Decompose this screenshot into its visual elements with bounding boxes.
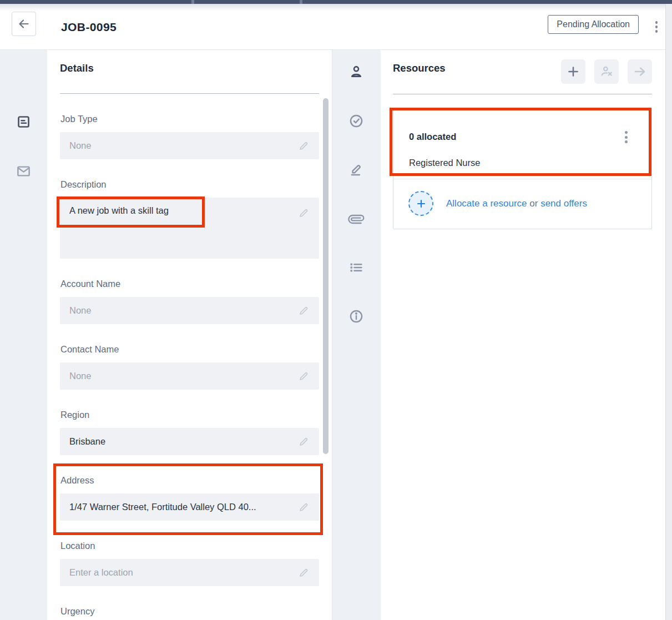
field-account-name: Account Name None (60, 278, 319, 324)
field-value: Brisbane (69, 436, 297, 447)
field-location: Location Enter a location (60, 540, 319, 586)
field-description: Description A new job with a skill tag (60, 179, 319, 259)
resources-toolbar (561, 59, 652, 84)
resource-requirement-card: 0 allocated Registered Nurse Allocate a … (393, 108, 652, 229)
resources-heading: Resources (393, 62, 446, 74)
field-label: Region (60, 409, 319, 420)
allocate-plus-button[interactable] (408, 191, 433, 216)
add-resource-button[interactable] (561, 59, 585, 84)
paperclip-icon[interactable] (348, 211, 364, 227)
page-header: JOB-0095 Pending Allocation (0, 4, 672, 50)
field-address: Address 1/47 Warner Street, Fortitude Va… (60, 475, 319, 521)
arrow-left-icon (17, 17, 31, 31)
region-field[interactable]: Brisbane (60, 428, 319, 455)
conjunction-text: or (529, 198, 538, 209)
pencil-edit-icon[interactable] (297, 207, 310, 219)
page-title: JOB-0095 (61, 4, 117, 50)
person-icon[interactable] (348, 64, 364, 80)
divider (393, 179, 651, 179)
field-contact-name: Contact Name None (60, 344, 319, 390)
divider (393, 94, 652, 94)
details-fields: Job Type None Description A new job with… (60, 94, 319, 620)
note-icon[interactable] (16, 114, 31, 129)
send-offers-link[interactable]: send offers (540, 198, 587, 209)
field-label: Account Name (60, 278, 319, 289)
account-name-field[interactable]: None (60, 297, 319, 324)
field-job-type: Job Type None (60, 113, 319, 159)
description-value: A new job with a skill tag (69, 205, 297, 216)
pencil-edit-icon[interactable] (297, 140, 310, 152)
field-label: Description (60, 179, 319, 190)
address-field[interactable]: 1/47 Warner Street, Fortitude Valley QLD… (60, 493, 319, 521)
pencil-edit-icon[interactable] (297, 501, 310, 513)
allocated-count: 0 allocated (409, 132, 456, 142)
list-icon[interactable] (348, 260, 364, 275)
resource-role: Registered Nurse (409, 158, 480, 168)
resources-panel: Resources 0 allocated Registered Nurse (381, 50, 665, 620)
advance-button[interactable] (628, 59, 652, 84)
top-strip-divider (191, 0, 194, 4)
address-value: 1/47 Warner Street, Fortitude Valley QLD… (69, 502, 297, 512)
check-circle-icon[interactable] (348, 113, 364, 129)
remove-person-icon (599, 64, 614, 79)
pencil-underline-icon[interactable] (348, 162, 364, 177)
location-field[interactable]: Enter a location (60, 559, 319, 586)
field-value: None (69, 305, 297, 316)
field-label: Urgency (60, 606, 319, 617)
left-sidebar (0, 50, 47, 620)
allocate-resource-link[interactable]: Allocate a resource (446, 198, 527, 209)
arrow-right-icon (633, 64, 647, 79)
field-value: None (69, 371, 297, 381)
field-label: Location (60, 540, 319, 551)
info-icon[interactable] (348, 309, 364, 324)
field-urgency: Urgency (60, 606, 319, 617)
pencil-edit-icon[interactable] (297, 436, 310, 448)
browser-top-strip (0, 0, 672, 4)
allocate-row: Allocate a resource or send offers (408, 191, 587, 216)
status-badge-button[interactable]: Pending Allocation (548, 15, 639, 34)
job-type-field[interactable]: None (60, 132, 319, 159)
plus-icon (566, 64, 580, 79)
tab-rail (332, 50, 381, 620)
field-region: Region Brisbane (60, 409, 319, 455)
field-label: Address (60, 475, 319, 486)
remove-resource-button[interactable] (594, 59, 619, 84)
back-button[interactable] (12, 12, 36, 36)
details-heading: Details (60, 62, 94, 74)
pencil-edit-icon[interactable] (297, 305, 310, 317)
field-label: Contact Name (60, 344, 319, 355)
pencil-edit-icon[interactable] (297, 370, 310, 382)
top-strip-divider (300, 0, 302, 4)
window-scrollbar-track (665, 4, 672, 620)
card-kebab-menu[interactable] (625, 131, 628, 143)
field-label: Job Type (60, 113, 319, 124)
field-value: None (69, 140, 297, 151)
mail-icon[interactable] (16, 164, 31, 179)
pencil-edit-icon[interactable] (297, 567, 310, 579)
header-kebab-menu[interactable] (655, 21, 658, 33)
plus-icon (415, 198, 427, 210)
details-panel: Details Job Type None Description A new … (47, 50, 332, 620)
details-scrollbar-thumb[interactable] (323, 98, 329, 454)
field-value: Enter a location (69, 567, 297, 578)
contact-name-field[interactable]: None (60, 362, 319, 390)
allocate-text: Allocate a resource or send offers (446, 198, 587, 209)
description-field[interactable]: A new job with a skill tag (60, 198, 319, 259)
